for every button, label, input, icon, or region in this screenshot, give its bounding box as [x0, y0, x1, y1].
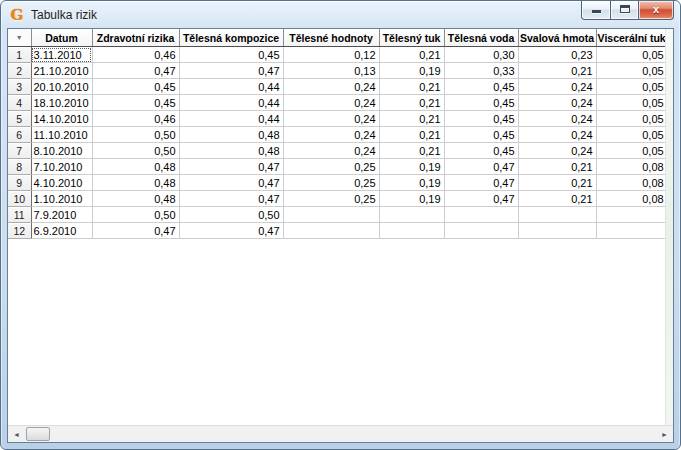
cell-value[interactable]: 0,47	[92, 63, 179, 79]
cell-value[interactable]: 0,08	[596, 191, 667, 207]
cell-value[interactable]: 0,21	[379, 47, 444, 63]
cell-value[interactable]: 0,21	[379, 127, 444, 143]
cell-value[interactable]: 0,47	[444, 159, 518, 175]
cell-value[interactable]: 0,47	[92, 223, 179, 239]
cell-value[interactable]: 0,21	[379, 95, 444, 111]
cell-value[interactable]: 0,23	[518, 47, 596, 63]
cell-value[interactable]: 0,50	[92, 127, 179, 143]
cell-date[interactable]: 20.10.2010	[31, 79, 92, 95]
cell-value[interactable]: 0,33	[444, 63, 518, 79]
row-header[interactable]: 7	[8, 143, 31, 159]
cell-value[interactable]: 0,21	[379, 143, 444, 159]
column-header[interactable]: Tělesný tuk	[379, 29, 444, 47]
cell-value[interactable]: 0,25	[283, 191, 379, 207]
cell-value[interactable]: 0,24	[518, 143, 596, 159]
cell-value[interactable]: 0,24	[283, 111, 379, 127]
cell-value[interactable]: 0,45	[444, 127, 518, 143]
cell-value[interactable]: 0,48	[92, 191, 179, 207]
cell-value[interactable]: 0,24	[283, 143, 379, 159]
cell-value[interactable]: 0,45	[444, 111, 518, 127]
cell-date[interactable]: 21.10.2010	[31, 63, 92, 79]
cell-value[interactable]: 0,19	[379, 175, 444, 191]
cell-value[interactable]: 0,08	[596, 159, 667, 175]
column-filter-button[interactable]: ▼	[8, 29, 31, 47]
cell-value[interactable]: 0,21	[379, 111, 444, 127]
cell-date[interactable]: 4.10.2010	[31, 175, 92, 191]
cell-date[interactable]: 7.9.2010	[31, 207, 92, 223]
cell-value[interactable]: 0,21	[518, 191, 596, 207]
cell-date[interactable]: 14.10.2010	[31, 111, 92, 127]
row-header[interactable]: 6	[8, 127, 31, 143]
row-header[interactable]: 11	[8, 207, 31, 223]
cell-value[interactable]: 0,47	[444, 175, 518, 191]
cell-value[interactable]: 0,08	[596, 175, 667, 191]
cell-value[interactable]: 0,21	[518, 159, 596, 175]
column-header[interactable]: Svalová hmota	[518, 29, 596, 47]
row-header[interactable]: 3	[8, 79, 31, 95]
cell-value[interactable]: 0,44	[179, 95, 283, 111]
cell-value[interactable]: 0,21	[379, 79, 444, 95]
column-header[interactable]: Zdravotní rizika	[92, 29, 179, 47]
cell-value[interactable]: 0,30	[444, 47, 518, 63]
cell-value[interactable]: 0,24	[283, 127, 379, 143]
row-header[interactable]: 2	[8, 63, 31, 79]
cell-value[interactable]: 0,48	[179, 127, 283, 143]
cell-value[interactable]	[518, 207, 596, 223]
cell-value[interactable]: 0,45	[92, 79, 179, 95]
row-header[interactable]: 5	[8, 111, 31, 127]
cell-value[interactable]: 0,24	[518, 111, 596, 127]
cell-date[interactable]: 1.10.2010	[31, 191, 92, 207]
column-header[interactable]: Tělesná voda	[444, 29, 518, 47]
cell-value[interactable]: 0,13	[283, 63, 379, 79]
cell-value[interactable]: 0,05	[596, 47, 667, 63]
cell-value[interactable]: 0,47	[179, 63, 283, 79]
cell-value[interactable]: 0,21	[518, 63, 596, 79]
cell-value[interactable]: 0,50	[92, 207, 179, 223]
cell-value[interactable]	[444, 223, 518, 239]
scrollbar-track[interactable]	[50, 426, 656, 442]
row-header[interactable]: 1	[8, 47, 31, 63]
row-header[interactable]: 12	[8, 223, 31, 239]
cell-value[interactable]: 0,47	[444, 191, 518, 207]
cell-value[interactable]: 0,50	[179, 207, 283, 223]
row-header[interactable]: 10	[8, 191, 31, 207]
cell-value[interactable]: 0,50	[92, 143, 179, 159]
cell-value[interactable]: 0,25	[283, 175, 379, 191]
scroll-left-button[interactable]: ◄	[8, 426, 25, 442]
cell-value[interactable]: 0,47	[179, 175, 283, 191]
cell-value[interactable]: 0,24	[283, 95, 379, 111]
cell-value[interactable]: 0,25	[283, 159, 379, 175]
cell-value[interactable]: 0,46	[92, 47, 179, 63]
cell-value[interactable]: 0,48	[92, 159, 179, 175]
cell-date[interactable]: 6.9.2010	[31, 223, 92, 239]
close-button[interactable]: x	[639, 1, 674, 20]
minimize-button[interactable]	[581, 1, 611, 20]
cell-date[interactable]: 18.10.2010	[31, 95, 92, 111]
horizontal-scrollbar[interactable]: ◄ ►	[8, 425, 673, 442]
cell-value[interactable]	[444, 207, 518, 223]
column-header[interactable]: Tělesná kompozice	[179, 29, 283, 47]
cell-value[interactable]	[518, 223, 596, 239]
cell-value[interactable]	[283, 207, 379, 223]
column-header[interactable]: Datum	[31, 29, 92, 47]
cell-value[interactable]: 0,24	[518, 95, 596, 111]
row-header[interactable]: 8	[8, 159, 31, 175]
cell-value[interactable]: 0,47	[179, 223, 283, 239]
cell-value[interactable]: 0,05	[596, 79, 667, 95]
cell-value[interactable]: 0,45	[444, 143, 518, 159]
cell-value[interactable]: 0,45	[444, 79, 518, 95]
scroll-right-button[interactable]: ►	[656, 426, 673, 442]
scrollbar-thumb[interactable]	[26, 427, 50, 441]
cell-value[interactable]: 0,45	[92, 95, 179, 111]
cell-date[interactable]: 3.11.2010	[31, 47, 92, 63]
cell-value[interactable]: 0,05	[596, 111, 667, 127]
cell-value[interactable]: 0,48	[92, 175, 179, 191]
cell-value[interactable]: 0,47	[179, 191, 283, 207]
cell-value[interactable]: 0,12	[283, 47, 379, 63]
cell-value[interactable]: 0,44	[179, 79, 283, 95]
cell-value[interactable]: 0,05	[596, 95, 667, 111]
cell-value[interactable]: 0,19	[379, 191, 444, 207]
cell-value[interactable]: 0,45	[179, 47, 283, 63]
cell-date[interactable]: 7.10.2010	[31, 159, 92, 175]
cell-value[interactable]: 0,05	[596, 143, 667, 159]
